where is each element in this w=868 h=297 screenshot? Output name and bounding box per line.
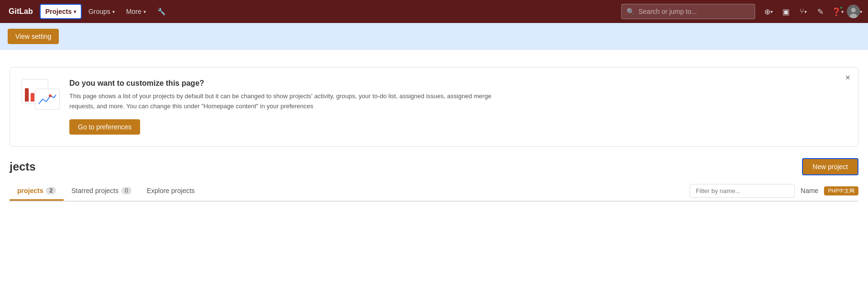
search-input[interactable] bbox=[638, 8, 750, 15]
avatar-chevron: ▾ bbox=[860, 9, 862, 14]
tab-explore-projects[interactable]: Explore projects bbox=[139, 182, 202, 201]
nav-more[interactable]: More ▾ bbox=[121, 5, 151, 18]
search-bar[interactable]: 🔍 bbox=[621, 4, 755, 19]
nav-projects-label: Projects bbox=[45, 8, 72, 15]
tab-explore-projects-label: Explore projects bbox=[147, 187, 195, 194]
projects-header: jects New project bbox=[10, 158, 858, 175]
bar-2 bbox=[31, 93, 34, 102]
panel-icon: ▣ bbox=[782, 7, 790, 16]
nav-projects[interactable]: Projects ▾ bbox=[40, 4, 82, 19]
notification-dot bbox=[839, 6, 843, 10]
card-content: Do you want to customize this page? This… bbox=[69, 79, 846, 135]
projects-section: jects New project projects 2 Starred pro… bbox=[0, 154, 868, 202]
plus-chevron: ▾ bbox=[770, 9, 773, 14]
card-description: This page shows a list of your projects … bbox=[69, 91, 500, 112]
search-icon: 🔍 bbox=[626, 8, 635, 15]
tab-your-projects-badge: 2 bbox=[46, 187, 56, 194]
close-card-button[interactable]: × bbox=[845, 73, 850, 82]
gitlab-logo[interactable]: GitLab bbox=[6, 5, 36, 18]
plus-icon: ⊕ bbox=[764, 7, 770, 16]
navbar: GitLab Projects ▾ Groups ▾ More ▾ 🔧 🔍 ⊕ … bbox=[0, 0, 868, 23]
avatar bbox=[847, 5, 860, 18]
help-icon[interactable]: ❓ ▾ bbox=[830, 4, 845, 19]
nav-more-chevron: ▾ bbox=[143, 9, 146, 14]
tab-starred-projects[interactable]: Starred projects 0 bbox=[64, 182, 139, 201]
tab-your-projects[interactable]: projects 2 bbox=[10, 182, 64, 201]
page-title: jects bbox=[10, 160, 36, 173]
svg-point-3 bbox=[49, 94, 52, 97]
merge-requests-icon[interactable]: ⑂ ▾ bbox=[795, 4, 811, 19]
fork-icon: ⑂ bbox=[800, 7, 804, 16]
navbar-icons: ⊕ ▾ ▣ ⑂ ▾ ✎ ❓ ▾ ▾ bbox=[761, 4, 862, 19]
card-illustration bbox=[22, 79, 60, 117]
bar-1 bbox=[25, 88, 29, 102]
tab-your-projects-label: projects bbox=[17, 187, 43, 194]
main-content: Do you want to customize this page? This… bbox=[0, 50, 868, 202]
sort-label: Name bbox=[801, 187, 818, 194]
view-setting-button[interactable]: View setting bbox=[8, 29, 59, 44]
line-chart-svg bbox=[38, 92, 57, 106]
nav-groups-chevron: ▾ bbox=[112, 9, 115, 14]
user-avatar-menu[interactable]: ▾ bbox=[847, 4, 862, 19]
banner: View setting bbox=[0, 23, 868, 50]
tabs-row: projects 2 Starred projects 0 Explore pr… bbox=[10, 181, 858, 202]
go-to-preferences-button[interactable]: Go to preferences bbox=[69, 119, 140, 135]
php-badge: PHP中文网 bbox=[824, 186, 858, 195]
nav-groups-label: Groups bbox=[88, 8, 110, 15]
nav-projects-chevron: ▾ bbox=[74, 9, 76, 14]
svg-point-1 bbox=[851, 8, 856, 12]
card-title: Do you want to customize this page? bbox=[69, 79, 846, 88]
tab-controls: Name PHP中文网 bbox=[690, 181, 858, 201]
issues-icon[interactable]: ✎ bbox=[813, 4, 828, 19]
nav-more-label: More bbox=[126, 8, 142, 15]
nav-wrench[interactable]: 🔧 bbox=[153, 5, 170, 18]
nav-groups[interactable]: Groups ▾ bbox=[84, 5, 120, 18]
wrench-icon: 🔧 bbox=[157, 8, 165, 15]
customize-card: Do you want to customize this page? This… bbox=[10, 67, 858, 147]
tab-starred-projects-badge: 0 bbox=[121, 187, 132, 194]
new-project-button[interactable]: New project bbox=[802, 158, 858, 175]
filter-input[interactable] bbox=[690, 184, 795, 198]
new-item-icon[interactable]: ⊕ ▾ bbox=[761, 4, 776, 19]
sidebar-toggle-icon[interactable]: ▣ bbox=[778, 4, 793, 19]
edit-icon: ✎ bbox=[817, 7, 824, 16]
merge-chevron: ▾ bbox=[804, 9, 807, 14]
line-chart-illustration bbox=[35, 89, 60, 110]
help-chevron: ▾ bbox=[841, 9, 844, 14]
tab-starred-projects-label: Starred projects bbox=[71, 187, 119, 194]
